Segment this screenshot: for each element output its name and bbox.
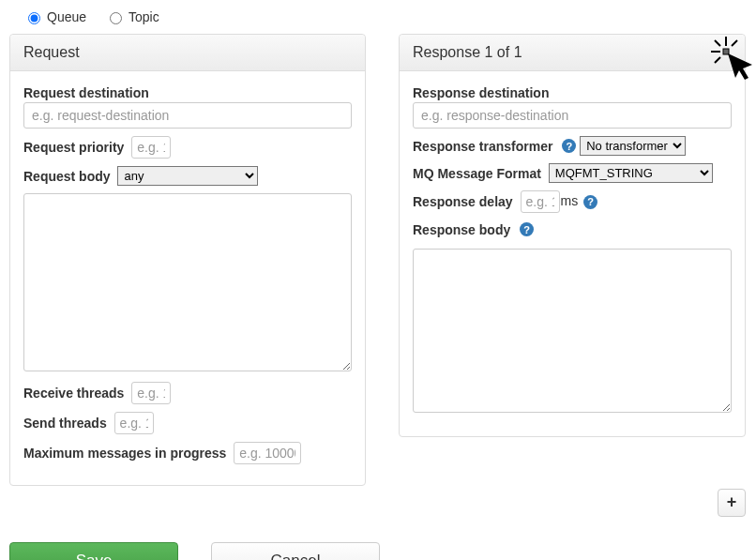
svg-rect-5 <box>723 49 729 54</box>
request-body-select[interactable]: any <box>117 166 258 186</box>
response-delay-input[interactable] <box>521 190 560 213</box>
request-destination-label: Request destination <box>23 85 149 100</box>
response-destination-label: Response destination <box>413 85 549 100</box>
help-icon[interactable]: ? <box>562 139 576 153</box>
receive-threads-input[interactable] <box>131 382 171 404</box>
request-panel-header: Request <box>10 35 365 71</box>
response-delay-label: Response delay <box>413 194 513 209</box>
response-transformer-select[interactable]: No transformer <box>580 136 686 156</box>
request-destination-input[interactable] <box>23 102 352 129</box>
svg-line-4 <box>715 57 720 63</box>
radio-topic-label: Topic <box>129 9 159 24</box>
response-panel-title-text: Response 1 of 1 <box>413 44 522 60</box>
request-body-textarea[interactable] <box>23 193 352 371</box>
radio-queue[interactable]: Queue <box>23 9 86 24</box>
request-priority-label: Request priority <box>23 140 124 155</box>
svg-line-2 <box>715 40 720 46</box>
mq-format-label: MQ Message Format <box>413 166 541 181</box>
help-icon[interactable]: ? <box>583 195 597 209</box>
request-panel: Request Request destination Request prio… <box>9 34 366 486</box>
radio-queue-input[interactable] <box>28 12 40 24</box>
receive-threads-label: Receive threads <box>23 386 124 401</box>
max-messages-input[interactable] <box>234 442 301 464</box>
radio-queue-label: Queue <box>47 9 86 24</box>
radio-topic[interactable]: Topic <box>105 9 159 24</box>
radio-topic-input[interactable] <box>110 12 122 24</box>
destination-type-radios: Queue Topic <box>5 5 751 34</box>
send-threads-input[interactable] <box>114 412 154 434</box>
delay-unit: ms <box>561 193 579 208</box>
mq-format-select[interactable]: MQFMT_STRING <box>549 163 713 183</box>
response-destination-input[interactable] <box>413 102 732 129</box>
request-priority-input[interactable] <box>131 136 171 159</box>
response-body-textarea[interactable] <box>413 249 732 413</box>
request-body-label: Request body <box>23 169 111 184</box>
send-threads-label: Send threads <box>23 416 107 431</box>
cancel-button[interactable]: Cancel <box>211 542 380 560</box>
response-transformer-label: Response transformer <box>413 139 552 154</box>
max-messages-label: Maximum messages in progress <box>23 446 226 461</box>
response-panel-header: Response 1 of 1 <box>400 35 745 71</box>
svg-line-3 <box>732 40 737 46</box>
response-body-label: Response body <box>413 222 510 237</box>
help-icon[interactable]: ? <box>520 222 534 236</box>
add-response-button[interactable]: + <box>718 489 746 517</box>
save-button[interactable]: Save <box>9 542 178 560</box>
response-panel: Response 1 of 1 <box>399 34 746 437</box>
